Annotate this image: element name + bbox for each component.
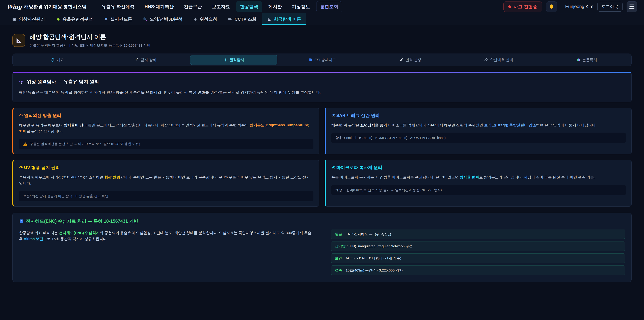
sparkle-icon xyxy=(224,58,228,62)
enc-row-tin: 삼각망 : TIN(Triangulated Irregular Network… xyxy=(331,241,625,251)
user-name: Eunjeong Kim xyxy=(565,4,593,9)
subnav-item-satellite-request[interactable]: 위성요청 xyxy=(188,14,222,25)
main-content: 해양 항공탐색·원격탐사 이론 유출유 원격탐지·항공감시 기법·ESI 방제정… xyxy=(0,25,644,282)
remote-sensing-section: 위성 원격탐사 — 유출유 탐지 원리 해양 유출유는 해수면에 유막을 형성하… xyxy=(12,72,632,102)
tab-papers-patents[interactable]: 논문특허 xyxy=(543,55,630,65)
book-icon xyxy=(19,219,24,223)
tab-overview[interactable]: 개요 xyxy=(14,55,101,65)
card-note: 적용: 해경 감시 항공기 야간 탐색 · 비정상 유출 신고 확인 xyxy=(19,191,314,201)
notifications-button[interactable] xyxy=(546,1,557,12)
section-description: 해양 유출유는 해수면에 유막을 형성하여 전자기파 반사·방출·산란 특성을 … xyxy=(19,89,625,96)
principle-cards-grid: ① 열적외선 방출 원리 해수면 위 유막은 해수보다 방사율이 낮아 동일 온… xyxy=(12,108,632,207)
incident-badge-label: 사고 진행중 xyxy=(513,4,537,10)
card-body: 수동 마이크로파 복사계는 지구 방출 마이크로파를 수신합니다. 유막이 있으… xyxy=(332,174,626,180)
nav-item-aerial-search[interactable]: 항공탐색 xyxy=(236,1,262,12)
section-title: 위성 원격탐사 — 유출유 탐지 원리 xyxy=(27,79,99,85)
enc-title: 전자해도(ENC) 수심자료 처리 — 특허 10-1567431 기반 xyxy=(26,218,138,224)
subnav-item-realtime-drone[interactable]: 실시간드론 xyxy=(99,14,137,25)
card-body: 석유계 탄화수소에 자외선(310~400nm)을 조사하면 형광 발광합니다.… xyxy=(19,174,314,186)
hamburger-menu-button[interactable] xyxy=(626,1,637,12)
magnifier-icon xyxy=(143,17,148,22)
set-square-icon xyxy=(267,17,272,22)
subnav-item-pollution-3d-analysis[interactable]: 오염/선박3D분석 xyxy=(138,14,187,25)
sub-navigation-bar: 영상사진관리 유출유면적분석 실시간드론 오염/선박3D분석 위성요청 xyxy=(0,14,644,25)
cctv-icon xyxy=(228,17,232,22)
enc-bathymetry-section: 전자해도(ENC) 수심자료 처리 — 특허 10-1567431 기반 항공탐… xyxy=(12,213,632,282)
bell-icon xyxy=(549,4,554,10)
topbar-right-group: 사고 진행중 Eunjeong Kim 로그아웃 xyxy=(504,1,637,12)
enc-description: 항공탐색 좌표 데이터는 전자해도(ENC) 수심격자와 중첩되어 유출유의 수… xyxy=(19,229,316,275)
enc-row-source: 원본 : ENC 전자해도 무작위 측심점 xyxy=(331,229,625,239)
tab-diffusion-forecast-link[interactable]: 확산예측 연계 xyxy=(455,55,542,65)
card-note: 활용: Sentinel-1(C-band) · KOMPSAT-5(X-ban… xyxy=(332,133,626,143)
card-title: ③ UV 형광 탐지 원리 xyxy=(19,165,314,170)
satellite-icon xyxy=(19,79,24,84)
card-title: ① 열적외선 방출 원리 xyxy=(19,113,314,119)
enc-title-row: 전자해도(ENC) 수심자료 처리 — 특허 10-1567431 기반 xyxy=(19,218,625,224)
incident-status-badge[interactable]: 사고 진행중 xyxy=(504,2,542,12)
card-thermal-infrared: ① 열적외선 방출 원리 해수면 위 유막은 해수보다 방사율이 낮아 동일 온… xyxy=(12,108,319,155)
nav-item-weather-info[interactable]: 기상정보 xyxy=(288,1,314,12)
page-subtitle: 유출유 원격탐지·항공감시 기법·ESI 방제정보지도·등록특허 10-1567… xyxy=(30,43,150,48)
subnav-item-aerial-search-theory[interactable]: 항공탐색 이론 xyxy=(262,14,306,25)
enc-row-result: 결과 : 15초(463m) 등간격 · 3,225,600 격자 xyxy=(331,265,625,275)
subnav-item-oil-area-analysis[interactable]: 유출유면적분석 xyxy=(51,14,98,25)
nav-item-hns-atmospheric[interactable]: HNS·대기확산 xyxy=(141,1,178,12)
subnav-item-photo-management[interactable]: 영상사진관리 xyxy=(8,14,50,25)
card-title: ② SAR 브래그 산란 원리 xyxy=(332,113,626,119)
nav-item-board[interactable]: 게시판 xyxy=(264,1,286,12)
card-sar-bragg: ② SAR 브래그 산란 원리 해수면 위 유막은 표면장력을 증가시켜 소파를… xyxy=(325,108,632,155)
top-navigation-bar: Wing 해양환경 위기대응 통합시스템 유출유 확산예측 HNS·대기확산 긴… xyxy=(0,0,644,14)
tab-area-calculation[interactable]: 면적 산정 xyxy=(367,55,454,65)
link-icon xyxy=(484,58,488,62)
card-microwave-radiometer: ④ 마이크로파 복사계 원리 수동 마이크로파 복사계는 지구 방출 마이크로파… xyxy=(325,160,632,207)
tab-esi-map[interactable]: ESI 방제지도 xyxy=(279,55,366,65)
nav-item-integrated-query[interactable]: 통합조회 xyxy=(316,1,342,12)
camera-icon xyxy=(12,17,17,22)
nav-item-emergency-rescue[interactable]: 긴급구난 xyxy=(180,1,206,12)
enc-process-list: 원본 : ENC 전자해도 무작위 측심점 삼각망 : TIN(Triangul… xyxy=(331,229,625,275)
tab-detection-equipment[interactable]: 탐지 장비 xyxy=(102,55,189,65)
app-title: 해양환경 위기대응 통합시스템 xyxy=(24,4,86,10)
card-note: 구름은 열적외선을 완전 차단 → 마이크로파 보조 필요 (NGSST 융합 … xyxy=(19,139,314,149)
globe-icon xyxy=(51,58,55,62)
logout-button[interactable]: 로그아웃 xyxy=(598,2,622,12)
hamburger-icon xyxy=(630,5,634,5)
main-nav: 유출유 확산예측 HNS·대기확산 긴급구난 보고자료 항공탐색 게시판 기상정… xyxy=(98,1,342,12)
card-body: 해수면 위 유막은 해수보다 방사율이 낮아 동일 온도에서도 적외선 방출량이… xyxy=(19,122,314,134)
book-icon xyxy=(308,58,312,62)
dish-icon xyxy=(135,58,139,62)
subnav-item-cctv[interactable]: CCTV 조회 xyxy=(223,14,261,25)
warning-icon xyxy=(23,142,28,146)
card-body: 해수면 위 유막은 표면장력을 증가시켜 소파를 억제합니다. SAR에서 해수… xyxy=(332,122,626,128)
pencil-icon xyxy=(400,58,404,62)
section-title-row: 위성 원격탐사 — 유출유 탐지 원리 xyxy=(19,79,625,85)
page-icon-box xyxy=(12,34,25,47)
divider xyxy=(91,4,91,10)
puzzle-icon xyxy=(56,17,60,22)
card-note: 해상도 한계(50km)로 단독 사용 불가 → 열적외선과 융합 (NGSST… xyxy=(332,185,626,195)
enc-row-interpolation: 보간 : Akima 2차원 5차다항식 (21개 계수) xyxy=(331,253,625,263)
wing-logo-text: Wing xyxy=(7,4,22,10)
page-header: 해양 항공탐색·원격탐사 이론 유출유 원격탐지·항공감시 기법·ESI 방제정… xyxy=(12,33,632,48)
tab-remote-sensing[interactable]: 원격탐사 xyxy=(190,55,278,65)
card-title: ④ 마이크로파 복사계 원리 xyxy=(332,165,626,170)
page-title-group: 해양 항공탐색·원격탐사 이론 유출유 원격탐지·항공감시 기법·ESI 방제정… xyxy=(30,33,150,48)
drone-icon xyxy=(104,17,108,22)
set-square-icon xyxy=(16,37,22,44)
card-uv-fluorescence: ③ UV 형광 탐지 원리 석유계 탄화수소에 자외선(310~400nm)을 … xyxy=(12,160,319,207)
satellite-star-icon xyxy=(193,17,198,22)
books-icon xyxy=(576,58,580,62)
status-dot-icon xyxy=(508,5,511,8)
enc-content: 항공탐색 좌표 데이터는 전자해도(ENC) 수심격자와 중첩되어 유출유의 수… xyxy=(19,229,625,275)
content-tab-bar: 개요 탐지 장비 원격탐사 ESI 방제지도 xyxy=(12,54,632,66)
page-title: 해양 항공탐색·원격탐사 이론 xyxy=(30,33,150,41)
divider xyxy=(561,3,561,11)
nav-item-oil-spread-forecast[interactable]: 유출유 확산예측 xyxy=(98,1,138,12)
nav-item-reports[interactable]: 보고자료 xyxy=(208,1,234,12)
app-logo[interactable]: Wing 해양환경 위기대응 통합시스템 xyxy=(7,4,86,10)
